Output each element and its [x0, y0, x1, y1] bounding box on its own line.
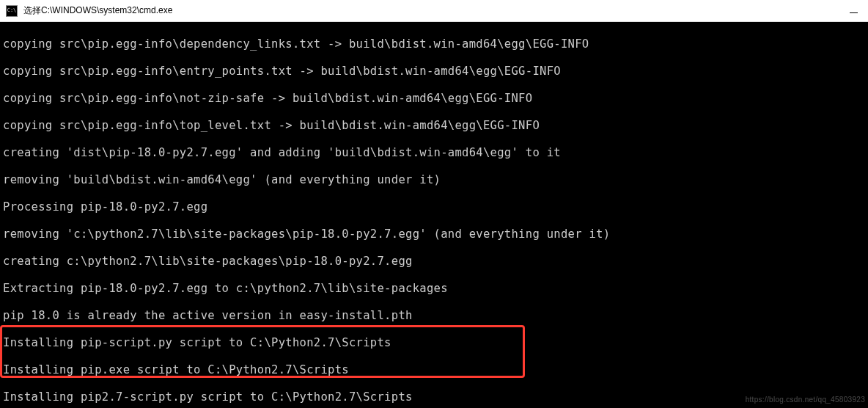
terminal-line: copying src\pip.egg-info\not-zip-safe ->…: [3, 92, 865, 106]
terminal-line: creating 'dist\pip-18.0-py2.7.egg' and a…: [3, 146, 865, 160]
titlebar-left: 选择C:\WINDOWS\system32\cmd.exe: [6, 4, 172, 17]
cmd-icon: [6, 5, 18, 17]
window-title: 选择C:\WINDOWS\system32\cmd.exe: [23, 4, 172, 17]
minimize-icon[interactable]: [850, 12, 858, 14]
terminal-line: removing 'build\bdist.win-amd64\egg' (an…: [3, 173, 865, 187]
terminal-line: creating c:\python2.7\lib\site-packages\…: [3, 255, 865, 269]
terminal-line: copying src\pip.egg-info\entry_points.tx…: [3, 65, 865, 79]
terminal-line: removing 'c:\python2.7\lib\site-packages…: [3, 227, 865, 241]
terminal-line: Installing pip-script.py script to C:\Py…: [3, 336, 865, 350]
terminal-output[interactable]: copying src\pip.egg-info\dependency_link…: [0, 22, 868, 408]
terminal-line: Extracting pip-18.0-py2.7.egg to c:\pyth…: [3, 282, 865, 296]
watermark-text: https://blog.csdn.net/qq_45803923: [746, 393, 865, 407]
terminal-line: Installing pip.exe script to C:\Python2.…: [3, 363, 865, 377]
window-titlebar: 选择C:\WINDOWS\system32\cmd.exe: [0, 0, 868, 22]
terminal-line: Processing pip-18.0-py2.7.egg: [3, 200, 865, 214]
titlebar-controls: [850, 8, 862, 14]
terminal-line: Installing pip2.7-script.py script to C:…: [3, 390, 865, 404]
terminal-line: copying src\pip.egg-info\dependency_link…: [3, 37, 865, 51]
terminal-line: pip 18.0 is already the active version i…: [3, 309, 865, 323]
terminal-line: copying src\pip.egg-info\top_level.txt -…: [3, 119, 865, 133]
